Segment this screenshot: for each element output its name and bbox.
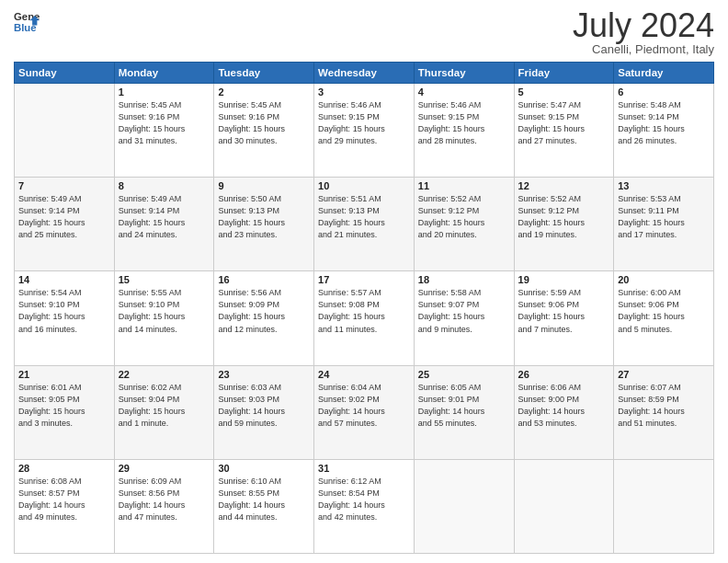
day-cell: 26Sunrise: 6:06 AMSunset: 9:00 PMDayligh… (514, 365, 614, 459)
day-cell: 16Sunrise: 5:56 AMSunset: 9:09 PMDayligh… (214, 271, 314, 365)
day-info: Sunrise: 6:04 AMSunset: 9:02 PMDaylight:… (318, 382, 410, 430)
day-info: Sunrise: 5:49 AMSunset: 9:14 PMDaylight:… (119, 193, 210, 241)
col-tuesday: Tuesday (214, 63, 314, 84)
day-number: 14 (18, 274, 110, 285)
day-number: 7 (18, 180, 110, 191)
day-cell: 27Sunrise: 6:07 AMSunset: 8:59 PMDayligh… (614, 365, 714, 459)
day-cell (414, 459, 514, 553)
day-number: 10 (318, 180, 410, 191)
day-info: Sunrise: 5:52 AMSunset: 9:12 PMDaylight:… (418, 193, 510, 241)
day-cell: 5Sunrise: 5:47 AMSunset: 9:15 PMDaylight… (514, 84, 614, 178)
day-number: 17 (318, 274, 410, 285)
day-cell: 23Sunrise: 6:03 AMSunset: 9:03 PMDayligh… (214, 365, 314, 459)
day-cell (15, 84, 115, 178)
day-number: 13 (618, 180, 710, 191)
day-cell: 3Sunrise: 5:46 AMSunset: 9:15 PMDaylight… (314, 84, 415, 178)
day-number: 26 (518, 369, 610, 380)
day-cell: 4Sunrise: 5:46 AMSunset: 9:15 PMDaylight… (414, 84, 514, 178)
day-info: Sunrise: 6:09 AMSunset: 8:56 PMDaylight:… (119, 476, 210, 523)
day-info: Sunrise: 5:45 AMSunset: 9:16 PMDaylight:… (119, 99, 210, 147)
col-friday: Friday (514, 63, 614, 84)
week-row-4: 21Sunrise: 6:01 AMSunset: 9:05 PMDayligh… (15, 365, 714, 459)
day-cell: 7Sunrise: 5:49 AMSunset: 9:14 PMDaylight… (15, 178, 115, 271)
day-cell: 30Sunrise: 6:10 AMSunset: 8:55 PMDayligh… (214, 459, 314, 553)
day-cell: 29Sunrise: 6:09 AMSunset: 8:56 PMDayligh… (114, 459, 214, 553)
day-cell: 1Sunrise: 5:45 AMSunset: 9:16 PMDaylight… (114, 84, 214, 178)
week-row-3: 14Sunrise: 5:54 AMSunset: 9:10 PMDayligh… (15, 271, 714, 365)
day-number: 4 (418, 86, 510, 98)
day-number: 15 (119, 274, 210, 285)
col-sunday: Sunday (15, 63, 115, 84)
day-cell: 6Sunrise: 5:48 AMSunset: 9:14 PMDaylight… (614, 84, 714, 178)
day-number: 1 (119, 86, 210, 98)
day-number: 22 (119, 369, 210, 380)
day-cell: 28Sunrise: 6:08 AMSunset: 8:57 PMDayligh… (15, 459, 115, 553)
day-cell: 31Sunrise: 6:12 AMSunset: 8:54 PMDayligh… (314, 459, 415, 553)
logo-icon: General Blue (14, 9, 40, 35)
day-cell: 8Sunrise: 5:49 AMSunset: 9:14 PMDaylight… (114, 178, 214, 271)
day-number: 24 (318, 369, 410, 380)
day-info: Sunrise: 5:55 AMSunset: 9:10 PMDaylight:… (119, 287, 210, 335)
day-info: Sunrise: 5:53 AMSunset: 9:11 PMDaylight:… (618, 193, 710, 241)
day-info: Sunrise: 6:02 AMSunset: 9:04 PMDaylight:… (119, 382, 210, 430)
day-number: 25 (418, 369, 510, 380)
col-saturday: Saturday (614, 63, 714, 84)
header: General Blue July 2024 Canelli, Piedmont… (14, 9, 714, 56)
day-number: 2 (218, 86, 310, 98)
day-number: 12 (518, 180, 610, 191)
day-info: Sunrise: 6:06 AMSunset: 9:00 PMDaylight:… (518, 382, 610, 430)
day-number: 20 (618, 274, 710, 285)
header-row: Sunday Monday Tuesday Wednesday Thursday… (15, 63, 714, 84)
day-cell: 20Sunrise: 6:00 AMSunset: 9:06 PMDayligh… (614, 271, 714, 365)
location: Canelli, Piedmont, Italy (573, 42, 714, 56)
day-cell: 18Sunrise: 5:58 AMSunset: 9:07 PMDayligh… (414, 271, 514, 365)
day-number: 3 (318, 86, 410, 98)
month-title: July 2024 (573, 9, 714, 42)
day-cell: 25Sunrise: 6:05 AMSunset: 9:01 PMDayligh… (414, 365, 514, 459)
title-block: July 2024 Canelli, Piedmont, Italy (573, 9, 714, 56)
day-number: 8 (119, 180, 210, 191)
logo: General Blue (14, 9, 40, 35)
day-number: 27 (618, 369, 710, 380)
day-number: 21 (18, 369, 110, 380)
day-number: 30 (218, 463, 310, 474)
day-info: Sunrise: 6:12 AMSunset: 8:54 PMDaylight:… (318, 476, 410, 523)
day-cell (514, 459, 614, 553)
day-cell: 2Sunrise: 5:45 AMSunset: 9:16 PMDaylight… (214, 84, 314, 178)
day-cell: 9Sunrise: 5:50 AMSunset: 9:13 PMDaylight… (214, 178, 314, 271)
day-cell: 17Sunrise: 5:57 AMSunset: 9:08 PMDayligh… (314, 271, 415, 365)
day-info: Sunrise: 5:50 AMSunset: 9:13 PMDaylight:… (218, 193, 310, 241)
day-number: 29 (119, 463, 210, 474)
day-info: Sunrise: 5:51 AMSunset: 9:13 PMDaylight:… (318, 193, 410, 241)
day-number: 16 (218, 274, 310, 285)
col-monday: Monday (114, 63, 214, 84)
day-info: Sunrise: 6:10 AMSunset: 8:55 PMDaylight:… (218, 476, 310, 523)
day-cell (614, 459, 714, 553)
day-cell: 19Sunrise: 5:59 AMSunset: 9:06 PMDayligh… (514, 271, 614, 365)
day-number: 31 (318, 463, 410, 474)
day-cell: 12Sunrise: 5:52 AMSunset: 9:12 PMDayligh… (514, 178, 614, 271)
day-cell: 15Sunrise: 5:55 AMSunset: 9:10 PMDayligh… (114, 271, 214, 365)
col-wednesday: Wednesday (314, 63, 415, 84)
day-cell: 13Sunrise: 5:53 AMSunset: 9:11 PMDayligh… (614, 178, 714, 271)
day-cell: 10Sunrise: 5:51 AMSunset: 9:13 PMDayligh… (314, 178, 415, 271)
day-cell: 24Sunrise: 6:04 AMSunset: 9:02 PMDayligh… (314, 365, 415, 459)
day-number: 19 (518, 274, 610, 285)
day-info: Sunrise: 5:57 AMSunset: 9:08 PMDaylight:… (318, 287, 410, 335)
day-cell: 22Sunrise: 6:02 AMSunset: 9:04 PMDayligh… (114, 365, 214, 459)
day-info: Sunrise: 6:07 AMSunset: 8:59 PMDaylight:… (618, 382, 710, 430)
day-cell: 21Sunrise: 6:01 AMSunset: 9:05 PMDayligh… (15, 365, 115, 459)
day-number: 9 (218, 180, 310, 191)
col-thursday: Thursday (414, 63, 514, 84)
day-info: Sunrise: 6:08 AMSunset: 8:57 PMDaylight:… (18, 476, 110, 523)
day-info: Sunrise: 5:47 AMSunset: 9:15 PMDaylight:… (518, 99, 610, 147)
day-cell: 11Sunrise: 5:52 AMSunset: 9:12 PMDayligh… (414, 178, 514, 271)
day-info: Sunrise: 6:05 AMSunset: 9:01 PMDaylight:… (418, 382, 510, 430)
day-info: Sunrise: 5:49 AMSunset: 9:14 PMDaylight:… (18, 193, 110, 241)
day-info: Sunrise: 5:46 AMSunset: 9:15 PMDaylight:… (318, 99, 410, 147)
calendar-table: Sunday Monday Tuesday Wednesday Thursday… (14, 62, 714, 554)
day-info: Sunrise: 5:45 AMSunset: 9:16 PMDaylight:… (218, 99, 310, 147)
page: General Blue July 2024 Canelli, Piedmont… (0, 0, 728, 563)
day-info: Sunrise: 5:58 AMSunset: 9:07 PMDaylight:… (418, 287, 510, 335)
day-info: Sunrise: 5:48 AMSunset: 9:14 PMDaylight:… (618, 99, 710, 147)
